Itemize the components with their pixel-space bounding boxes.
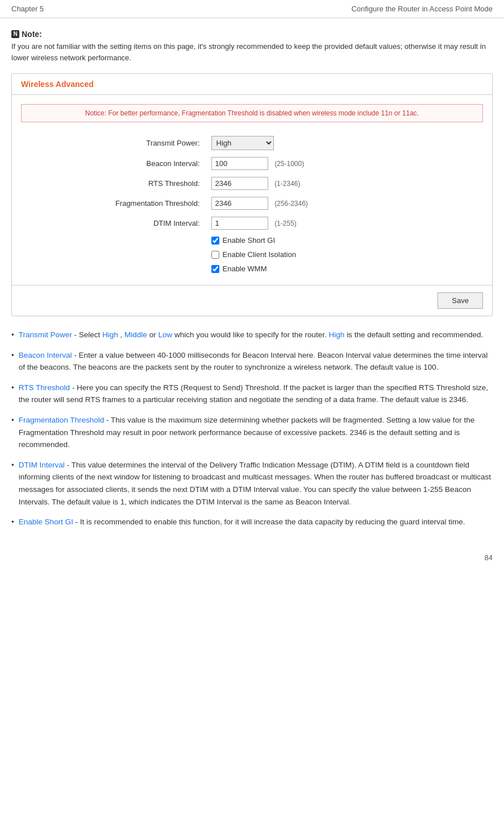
bullet-fragmentation-threshold: Fragmentation Threshold - This value is … — [11, 414, 493, 451]
dtim-interval-desc: - This value determines the interval of … — [19, 461, 491, 506]
dtim-interval-input[interactable] — [211, 217, 268, 230]
transmit-power-desc1: - Select — [74, 330, 103, 339]
fragmentation-threshold-link: Fragmentation Threshold — [19, 416, 105, 424]
main-content: N Note: If you are not familiar with the… — [0, 18, 504, 548]
fragmentation-threshold-input-cell: (256-2346) — [207, 193, 411, 213]
transmit-power-label: Transmit Power: — [93, 133, 207, 154]
settings-table: Transmit Power: High Middle Low — [93, 133, 411, 276]
save-button[interactable]: Save — [438, 292, 483, 309]
note-title: N Note: — [11, 30, 493, 39]
enable-short-gi-desc: - It is recommended to enable this funct… — [76, 518, 465, 526]
enable-client-isolation-row: Enable Client Isolation — [93, 247, 411, 262]
rts-threshold-link: RTS Threshold — [19, 383, 70, 392]
transmit-power-desc2: which you would like to specify for the … — [174, 330, 329, 339]
bullet-beacon-interval: Beacon Interval - Enter a value between … — [11, 349, 493, 374]
fragmentation-threshold-range: (256-2346) — [274, 200, 308, 208]
page-title: Configure the Router in Access Point Mod… — [351, 5, 493, 13]
bullet-beacon-interval-text: Beacon Interval - Enter a value between … — [19, 349, 493, 374]
transmit-power-comma1: , — [120, 330, 125, 339]
enable-wmm-spacer — [93, 262, 207, 276]
enable-short-gi-row: Enable Short GI — [93, 233, 411, 247]
enable-short-gi-checkbox[interactable] — [211, 237, 219, 245]
enable-client-isolation-spacer — [93, 247, 207, 262]
rts-threshold-label: RTS Threshold: — [93, 173, 207, 193]
dtim-interval-input-cell: (1-255) — [207, 213, 411, 233]
wireless-box-header: Wireless Advanced — [12, 74, 492, 95]
beacon-interval-link: Beacon Interval — [19, 351, 72, 359]
beacon-interval-input-cell: (25-1000) — [207, 154, 411, 173]
bullet-dtim-interval: DTIM Interval - This value determines th… — [11, 459, 493, 508]
enable-short-gi-cell: Enable Short GI — [207, 233, 411, 247]
dtim-interval-range: (1-255) — [274, 220, 297, 227]
rts-threshold-input[interactable] — [211, 177, 268, 190]
bullet-transmit-power: Transmit Power - Select High , Middle or… — [11, 329, 493, 341]
bullet-enable-short-gi-text: Enable Short GI - It is recommended to e… — [19, 516, 493, 528]
form-inner: Transmit Power: High Middle Low — [93, 133, 411, 276]
beacon-interval-input[interactable] — [211, 157, 268, 170]
bullet-fragmentation-threshold-text: Fragmentation Threshold - This value is … — [19, 414, 493, 451]
rts-threshold-range: (1-2346) — [274, 180, 300, 188]
save-row: Save — [12, 285, 492, 316]
beacon-interval-row: Beacon Interval: (25-1000) — [93, 154, 411, 173]
rts-threshold-row: RTS Threshold: (1-2346) — [93, 173, 411, 193]
dtim-interval-link: DTIM Interval — [19, 461, 65, 469]
fragmentation-threshold-row: Fragmentation Threshold: (256-2346) — [93, 193, 411, 213]
beacon-interval-desc: - Enter a value between 40-1000 millisec… — [19, 351, 488, 372]
enable-wmm-label[interactable]: Enable WMM — [211, 264, 407, 273]
form-wrapper: Transmit Power: High Middle Low — [21, 133, 483, 276]
low-link: Low — [158, 330, 172, 339]
transmit-power-row: Transmit Power: High Middle Low — [93, 133, 411, 154]
bullet-rts-threshold-text: RTS Threshold - Here you can specify the… — [19, 382, 493, 406]
middle-link: Middle — [124, 330, 147, 339]
bullet-transmit-power-text: Transmit Power - Select High , Middle or… — [19, 329, 493, 341]
bullet-rts-threshold: RTS Threshold - Here you can specify the… — [11, 382, 493, 406]
note-text: If you are not familiar with the setting… — [11, 41, 493, 63]
enable-wmm-row: Enable WMM — [93, 262, 411, 276]
enable-client-isolation-checkbox[interactable] — [211, 251, 219, 259]
note-icon: N — [11, 30, 19, 38]
rts-threshold-input-cell: (1-2346) — [207, 173, 411, 193]
enable-wmm-checkbox[interactable] — [211, 265, 219, 273]
beacon-interval-range: (25-1000) — [274, 160, 304, 168]
transmit-power-or: or — [149, 330, 159, 339]
enable-client-isolation-label[interactable]: Enable Client Isolation — [211, 250, 407, 259]
enable-short-gi-label[interactable]: Enable Short GI — [211, 236, 407, 245]
enable-short-gi-spacer — [93, 233, 207, 247]
bullet-dtim-interval-text: DTIM Interval - This value determines th… — [19, 459, 493, 508]
transmit-power-select[interactable]: High Middle Low — [211, 136, 274, 150]
high-link: High — [102, 330, 118, 339]
bullets-list: Transmit Power - Select High , Middle or… — [11, 329, 493, 528]
wireless-advanced-box: Wireless Advanced Notice: For better per… — [11, 73, 493, 316]
chapter-label: Chapter 5 — [11, 5, 44, 13]
wireless-box-body: Notice: For better performance, Fragment… — [12, 95, 492, 285]
beacon-interval-label: Beacon Interval: — [93, 154, 207, 173]
rts-threshold-desc: - Here you can specify the RTS (Request … — [19, 383, 488, 404]
page-number: 84 — [0, 548, 504, 568]
transmit-power-input-cell: High Middle Low — [207, 133, 411, 154]
enable-short-gi-link: Enable Short GI — [19, 518, 73, 526]
fragmentation-threshold-label: Fragmentation Threshold: — [93, 193, 207, 213]
page-header: Chapter 5 Configure the Router in Access… — [0, 0, 504, 18]
transmit-power-link: Transmit Power — [19, 330, 72, 339]
enable-short-gi-text: Enable Short GI — [223, 236, 276, 245]
enable-client-isolation-text: Enable Client Isolation — [223, 250, 296, 259]
enable-wmm-text: Enable WMM — [223, 264, 267, 273]
note-block: N Note: If you are not familiar with the… — [11, 30, 493, 63]
note-title-text: Note: — [22, 30, 42, 39]
fragmentation-threshold-input[interactable] — [211, 197, 268, 210]
high-link2: High — [329, 330, 345, 339]
enable-client-isolation-cell: Enable Client Isolation — [207, 247, 411, 262]
dtim-interval-row: DTIM Interval: (1-255) — [93, 213, 411, 233]
notice-bar: Notice: For better performance, Fragment… — [21, 104, 483, 122]
enable-wmm-cell: Enable WMM — [207, 262, 411, 276]
dtim-interval-label: DTIM Interval: — [93, 213, 207, 233]
transmit-power-desc3: is the default setting and recommended. — [347, 330, 483, 339]
bullet-enable-short-gi: Enable Short GI - It is recommended to e… — [11, 516, 493, 528]
